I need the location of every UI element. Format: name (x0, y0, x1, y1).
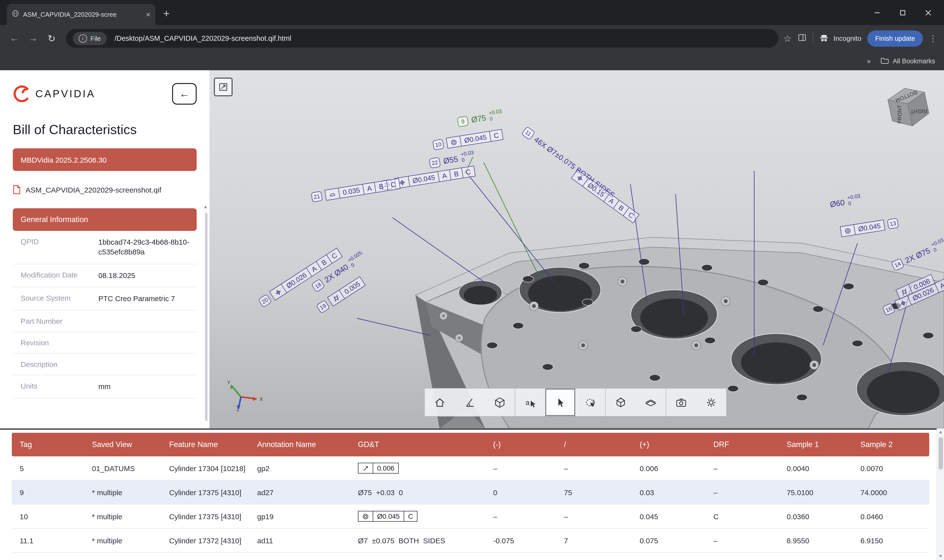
version-button[interactable]: MBDVidia 2025.2.2506.30 (13, 148, 197, 171)
view-cube[interactable]: BOTTOM FRONT RIGHT (882, 81, 935, 134)
balloon-22[interactable]: 22 (429, 157, 441, 168)
browser-tab[interactable]: ASM_CAPVIDIA_2202029-scree × (7, 4, 155, 25)
column-header-5: (-) (485, 440, 556, 449)
cell: 6.9550 (779, 536, 853, 545)
bookmarks-overflow-chevron[interactable]: » (867, 57, 870, 65)
browser-toolbar: ← → ↻ i File /Desktop/ASM_CAPVIDIA_22020… (0, 25, 944, 52)
scroll-up-arrow[interactable]: ▲ (938, 430, 943, 434)
url-text[interactable]: /Desktop/ASM_CAPVIDIA_2202029-screenshot… (114, 34, 291, 42)
viewer-toolbar: a (425, 388, 727, 417)
settings-button[interactable] (696, 389, 726, 416)
file-chip[interactable]: i File (73, 32, 107, 45)
balloon-10[interactable]: 10 (432, 139, 444, 150)
gdt-compartment: Ø0.045 (408, 172, 439, 186)
tab-title: ASM_CAPVIDIA_2202029-scree (23, 11, 142, 18)
gdt-compartment: Ø0.045 (853, 220, 885, 235)
sidebar-scroll-up-arrow[interactable]: ▲ (203, 204, 208, 209)
back-navigation-button[interactable]: ← (172, 83, 197, 105)
gdt-compartment: C (489, 130, 503, 141)
balloon-20[interactable]: 20 (258, 294, 272, 308)
minimize-button[interactable] (864, 0, 890, 25)
page-title: Bill of Characteristics (13, 122, 197, 137)
finish-update-button[interactable]: Finish update (867, 30, 923, 46)
scrollbar-thumb[interactable] (938, 437, 943, 469)
new-tab-button[interactable]: + (163, 8, 170, 20)
annotation-layer: 9Ø75+0.03010Ø0.045C1146X Ø7±0.075 BOTH S… (210, 70, 944, 428)
pmi-annotation-a13[interactable]: Ø0.04513 (840, 217, 899, 237)
pmi-annotation-a13d[interactable]: Ø60+0.030 (829, 194, 862, 210)
balloon-11[interactable]: 11 (521, 126, 535, 140)
tab-close-button[interactable]: × (146, 11, 150, 18)
balloon-16[interactable]: 16 (882, 303, 896, 316)
cell: – (705, 536, 779, 545)
section-button[interactable] (636, 389, 666, 416)
toolbar-group (424, 388, 515, 417)
cell: 0 (485, 488, 556, 496)
table-body: 501_DATUMSCylinder 17304 [10218]gp20.006… (12, 456, 929, 552)
table-row-tag-5[interactable]: 501_DATUMSCylinder 17304 [10218]gp20.006… (12, 456, 929, 480)
balloon-19[interactable]: 19 (316, 300, 330, 314)
balloon-13[interactable]: 13 (887, 218, 899, 229)
balloon-14[interactable]: 14 (891, 258, 904, 271)
iso-view-button[interactable] (606, 389, 636, 416)
balloon-18[interactable]: 18 (311, 278, 325, 292)
pmi-annotation-a21[interactable]: 210.035ABC (311, 178, 401, 203)
cell: 9 (12, 488, 84, 496)
balloon-9[interactable]: 9 (457, 116, 469, 127)
table-scrollbar[interactable]: ▲ ▼ (936, 428, 944, 560)
scroll-down-arrow[interactable]: ▼ (938, 554, 943, 558)
table-row-tag-9[interactable]: 9* multipleCylinder 17375 [4310]ad27Ø75 … (12, 480, 929, 505)
axis-z-label: Z (236, 407, 239, 412)
menu-kebab-icon[interactable]: ⋮ (929, 33, 937, 43)
reload-icon[interactable]: ↻ (42, 29, 61, 48)
gdt-compartment: Ø0.045 (373, 511, 404, 521)
balloon-21[interactable]: 21 (311, 191, 323, 202)
address-bar[interactable]: i File /Desktop/ASM_CAPVIDIA_2202029-scr… (66, 29, 778, 48)
all-bookmarks-button[interactable]: All Bookmarks (880, 57, 935, 65)
gdt-frame: Ø0.045ABC (394, 166, 475, 189)
gdt-compartment: C (386, 179, 400, 190)
column-header-10: Sample 2 (853, 440, 929, 449)
table-row-tag-11.1[interactable]: 11.1* multipleCylinder 17372 [4310]ad11Ø… (12, 529, 929, 552)
back-icon[interactable]: ← (5, 29, 23, 48)
pmi-annotation-a10[interactable]: 10Ø0.045C (432, 129, 503, 151)
cell: 7 (556, 536, 632, 545)
screenshot-button[interactable] (666, 389, 696, 416)
angle-measure-button[interactable] (455, 389, 485, 416)
bookmarks-bar: » All Bookmarks (0, 52, 944, 71)
cell: – (485, 512, 556, 520)
annotation-pick-button[interactable]: a (515, 389, 545, 416)
forward-icon[interactable]: → (23, 29, 42, 48)
qif-file-link[interactable]: ASM_CAPVIDIA_2202029-screenshot.qif (13, 185, 197, 194)
pmi-annotation-a9[interactable]: 9Ø75+0.030 (457, 109, 503, 128)
general-information-header[interactable]: General Information (13, 208, 197, 231)
file-chip-label: File (91, 35, 101, 42)
3d-viewer[interactable]: 9Ø75+0.03010Ø0.045C1146X Ø7±0.075 BOTH S… (210, 70, 944, 428)
cell: 0.075 (632, 536, 705, 545)
pmi-annotation-a11f[interactable]: Ø0.15ABC (571, 169, 639, 223)
fit-view-button[interactable] (214, 78, 233, 96)
axis-y-label: Y (227, 380, 230, 385)
viewcube-right-label: RIGHT (910, 108, 927, 114)
side-panel-icon[interactable] (797, 33, 807, 44)
gdt-compartment: C (404, 511, 417, 521)
home-button[interactable] (425, 389, 455, 416)
orbit-button[interactable] (575, 389, 605, 416)
close-button[interactable] (915, 0, 941, 25)
svg-text:a: a (526, 398, 530, 406)
pmi-annotation-a14[interactable]: 142X Ø75+0.030 (890, 238, 944, 272)
select-cursor-button[interactable] (545, 389, 575, 416)
cell: 75.0100 (779, 488, 853, 496)
gdt-compartment: Ø0.045 (460, 132, 491, 146)
sidebar-scrollbar[interactable] (205, 213, 207, 421)
table-row-tag-10[interactable]: 10* multipleCylinder 17375 [4310]gp19Ø0.… (12, 505, 929, 529)
cube-view-button[interactable] (485, 389, 515, 416)
bookmark-star-icon[interactable]: ☆ (783, 33, 791, 44)
maximize-button[interactable] (890, 0, 915, 25)
cell: 0.0360 (779, 512, 853, 520)
cell: 6.9150 (853, 536, 929, 545)
info-icon: i (79, 34, 87, 43)
capvidia-logo-mark (13, 85, 31, 103)
gdt-compartment: A (362, 183, 376, 194)
brand-name: CAPVIDIA (35, 88, 96, 100)
